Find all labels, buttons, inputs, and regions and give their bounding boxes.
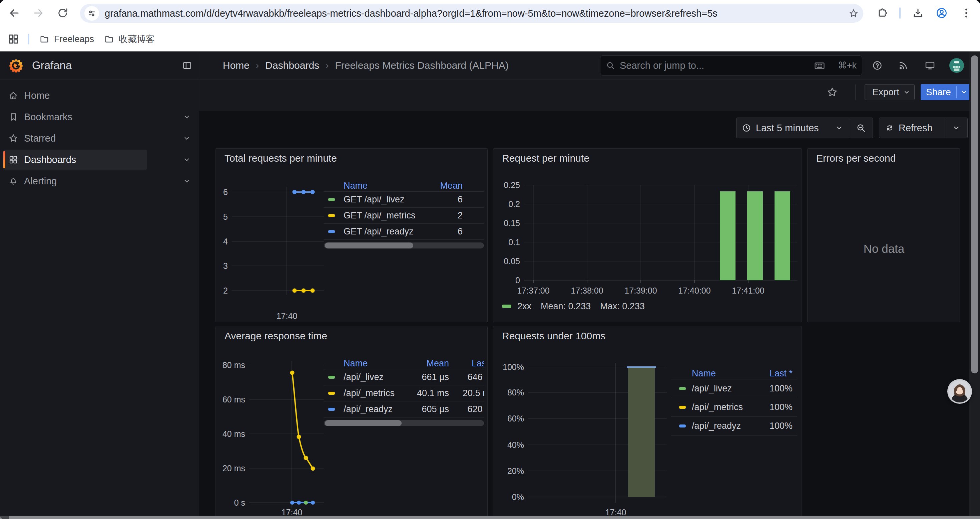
site-settings-icon[interactable] [84, 6, 99, 21]
grafana-sidebar: GrafanaHomeBookmarksStarredDashboardsAle… [0, 51, 199, 519]
chevron-down-icon[interactable] [183, 134, 191, 142]
browser-back-icon[interactable] [8, 7, 20, 19]
series-color-swatch [328, 198, 335, 201]
legend-scrollbar-thumb[interactable] [325, 420, 402, 426]
page-scrollbar-thumb[interactable] [971, 56, 978, 374]
legend-row[interactable]: GET /api/_readyz6 [324, 224, 484, 240]
legend-row[interactable]: /api/_readyz100% [671, 417, 797, 436]
refresh-icon[interactable] [885, 124, 894, 132]
series-name: /api/_metrics [344, 388, 410, 398]
bookmark-icon [8, 112, 18, 122]
browser-reload-icon[interactable] [57, 7, 69, 19]
svg-text:17:37:00: 17:37:00 [517, 286, 549, 295]
bookmark-item[interactable]: 收藏博客 [104, 32, 155, 46]
panel-p2: Request per minute0.250.20.150.10.05017:… [493, 148, 802, 322]
time-range-control: Last 5 minutes [736, 118, 873, 138]
help-icon[interactable] [872, 60, 883, 71]
chevron-down-icon[interactable] [835, 124, 843, 132]
panel-title[interactable]: Errors per second [816, 153, 896, 164]
browser-menu-icon[interactable] [960, 7, 972, 19]
browser-forward-icon[interactable] [32, 7, 45, 19]
sidebar-item-label: Starred [24, 128, 56, 149]
share-split-divider [956, 86, 957, 98]
legend-row[interactable]: GET /api/_livez6 [324, 192, 484, 208]
apps-icon [8, 155, 18, 164]
search-input[interactable]: Search or jump to...⌘+k [600, 56, 862, 75]
svg-text:4: 4 [223, 237, 228, 246]
bookmark-label: Freeleaps [54, 34, 94, 45]
svg-text:17:38:00: 17:38:00 [571, 286, 603, 295]
breadcrumb-item[interactable]: Home [223, 60, 250, 71]
sidebar-item-dashboards[interactable]: Dashboards [0, 149, 199, 170]
monitor-icon[interactable] [924, 60, 935, 71]
svg-text:100%: 100% [503, 363, 524, 372]
legend-col-Mean[interactable]: Mean [410, 358, 449, 369]
panel-p3: Errors per secondNo data [807, 148, 960, 322]
legend-col-Last *[interactable]: Last * [449, 358, 484, 369]
legend-row[interactable]: /api/_livez661 µs646 µs [324, 369, 484, 385]
legend-table: NameMeanGET /api/_livez6GET /api/_metric… [324, 180, 484, 249]
legend-scrollbar[interactable] [324, 243, 484, 249]
breadcrumb-item[interactable]: Dashboards [265, 60, 319, 71]
svg-text:80%: 80% [508, 388, 524, 397]
legend-col-name[interactable]: Name [344, 358, 410, 369]
rss-icon[interactable] [898, 60, 908, 71]
zoom-out-icon[interactable] [856, 123, 866, 133]
export-button[interactable]: Export [865, 84, 915, 100]
legend-col-name[interactable]: Name [344, 181, 423, 191]
chart[interactable]: 0.250.20.150.10.05017:37:0017:38:0017:39… [493, 149, 802, 322]
series-color-swatch [328, 376, 335, 379]
apps-grid-icon[interactable] [7, 33, 19, 45]
svg-text:17:41:00: 17:41:00 [732, 286, 764, 295]
horizontal-scrollbar[interactable] [0, 516, 980, 519]
svg-text:40%: 40% [508, 440, 524, 450]
series-name: /api/_livez [344, 372, 410, 382]
bookmark-item[interactable]: Freeleaps [39, 32, 94, 46]
favorite-star-icon[interactable] [827, 86, 838, 98]
chevron-down-icon[interactable] [952, 124, 960, 132]
sidebar-item-home[interactable]: Home [0, 85, 199, 106]
breadcrumb: Home›Dashboards›Freeleaps Metrics Dashbo… [223, 51, 509, 80]
window-corner [0, 516, 9, 519]
active-indicator [3, 151, 5, 168]
series-last: 646 µs [449, 372, 484, 382]
legend-col-Mean[interactable]: Mean [423, 181, 463, 191]
panel-p4: Average response time80 ms60 ms40 ms20 m… [215, 326, 488, 519]
legend-row[interactable]: GET /api/_metrics2 [324, 208, 484, 224]
downloads-icon[interactable] [912, 7, 924, 19]
sidebar-item-label: Bookmarks [24, 106, 72, 128]
legend-row[interactable]: /api/_livez100% [671, 379, 797, 398]
legend-row[interactable]: /api/_metrics40.1 ms20.5 ms [324, 385, 484, 401]
svg-text:20%: 20% [508, 466, 524, 476]
extensions-icon[interactable] [876, 7, 888, 19]
grafana-topnav: Home›Dashboards›Freeleaps Metrics Dashbo… [199, 51, 980, 80]
grafana-logo[interactable] [9, 58, 23, 73]
series-mean: 6 [423, 194, 463, 205]
chevron-down-icon[interactable] [183, 177, 191, 185]
sidebar-toggle-icon[interactable] [182, 61, 192, 70]
floating-avatar[interactable] [947, 379, 972, 404]
sidebar-header: Grafana [0, 51, 199, 80]
search-shortcut: ⌘+k [838, 56, 857, 75]
svg-text:0.25: 0.25 [504, 180, 520, 190]
legend-col-Last *[interactable]: Last * [759, 368, 792, 379]
legend-scrollbar[interactable] [324, 420, 484, 426]
legend-row[interactable]: /api/_metrics100% [671, 398, 797, 417]
chart-legend[interactable]: 2xxMean: 0.233Max: 0.233 [502, 300, 645, 313]
bookmark-star-icon[interactable] [849, 8, 859, 18]
legend-row[interactable]: /api/_readyz605 µs620 µs [324, 401, 484, 417]
svg-text:0 s: 0 s [234, 498, 245, 507]
series-mean: 661 µs [410, 372, 449, 382]
sidebar-item-bookmarks[interactable]: Bookmarks [0, 106, 199, 128]
profile-icon[interactable] [935, 7, 948, 19]
user-avatar[interactable] [949, 58, 964, 73]
chevron-down-icon[interactable] [183, 113, 191, 121]
share-button[interactable]: Share [921, 84, 970, 100]
legend-col-name[interactable]: Name [692, 368, 759, 379]
browser-address-bar[interactable]: grafana.mathmast.com/d/deytv4rwavabkb/fr… [80, 4, 863, 23]
chevron-down-icon[interactable] [960, 88, 968, 96]
chevron-down-icon[interactable] [183, 156, 191, 164]
sidebar-item-starred[interactable]: Starred [0, 128, 199, 149]
legend-scrollbar-thumb[interactable] [325, 243, 413, 249]
sidebar-item-alerting[interactable]: Alerting [0, 170, 199, 192]
